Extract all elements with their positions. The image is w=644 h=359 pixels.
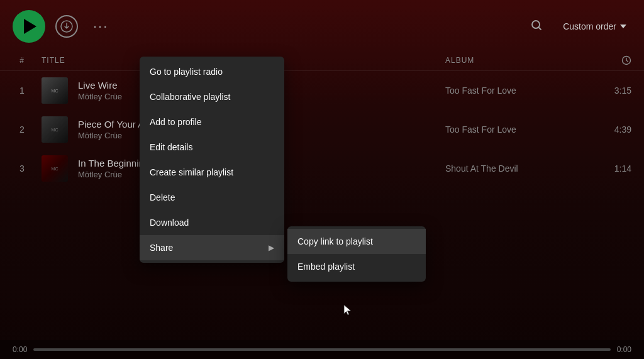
menu-item-similar-playlist[interactable]: Create similar playlist: [140, 160, 284, 185]
menu-item-label: Create similar playlist: [150, 167, 233, 177]
submenu-item-label: Embed playlist: [297, 262, 355, 272]
context-menu: Go to playlist radio Collaborative playl…: [140, 57, 284, 263]
menu-item-playlist-radio[interactable]: Go to playlist radio: [140, 59, 284, 84]
share-submenu: Copy link to playlist Embed playlist: [287, 226, 426, 282]
menu-item-label: Collaborative playlist: [150, 92, 230, 102]
menu-item-label: Download: [150, 218, 189, 228]
menu-item-delete[interactable]: Delete: [140, 185, 284, 210]
context-menu-overlay[interactable]: [0, 0, 644, 359]
submenu-arrow-icon: ▶: [269, 243, 274, 252]
menu-item-label: Go to playlist radio: [150, 67, 223, 77]
menu-item-label: Delete: [150, 192, 175, 202]
submenu-item-embed[interactable]: Embed playlist: [287, 254, 426, 279]
menu-item-label: Share: [150, 243, 173, 253]
menu-item-add-profile[interactable]: Add to profile: [140, 109, 284, 135]
menu-item-download[interactable]: Download: [140, 210, 284, 235]
submenu-item-label: Copy link to playlist: [297, 236, 373, 246]
menu-item-share[interactable]: Share ▶: [140, 235, 284, 260]
menu-item-collaborative[interactable]: Collaborative playlist: [140, 84, 284, 109]
menu-item-label: Add to profile: [150, 117, 202, 127]
submenu-item-copy-link[interactable]: Copy link to playlist: [287, 229, 426, 254]
menu-item-label: Edit details: [150, 142, 192, 152]
menu-item-edit-details[interactable]: Edit details: [140, 135, 284, 160]
